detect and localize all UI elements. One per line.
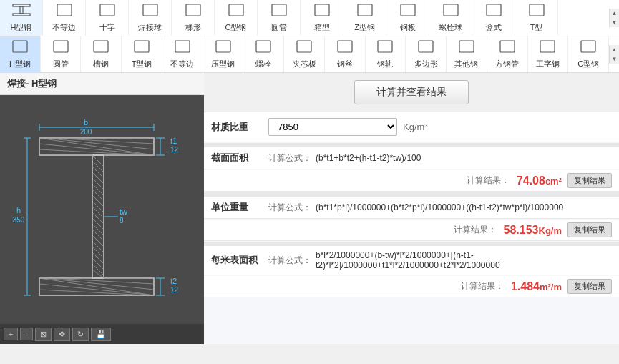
material-label: 材质比重 <box>211 121 268 134</box>
toolbar-item-bolt[interactable]: 螺栓 <box>243 36 284 72</box>
toolbar-item-weld-ball[interactable]: 焊接球 <box>129 0 172 36</box>
wire-icon <box>335 39 355 57</box>
svg-rect-9 <box>315 4 329 16</box>
square-pipe-icon <box>497 39 517 57</box>
i-beam-icon <box>537 39 557 57</box>
app-container: H型钢不等边十字焊接球梯形C型钢圆管箱型Z型钢钢板螺栓球盒式T型 ▲ ▼ H型钢… <box>0 0 619 344</box>
toolbar-label: 多边形 <box>414 59 438 69</box>
toolbar-item-wire[interactable]: 钢丝 <box>325 36 366 72</box>
rail-icon <box>375 39 395 57</box>
toolbar-label: 不等边 <box>52 22 76 33</box>
nav-arrows-row2: ▲ ▼ <box>609 45 619 64</box>
svg-rect-16 <box>54 41 68 52</box>
round-pipe2-icon <box>51 39 71 57</box>
toolbar-label: H型钢 <box>9 59 31 69</box>
unit-weight-result-label: 计算结果： <box>454 224 497 236</box>
toolbar-item-bolt-ball[interactable]: 螺栓球 <box>429 0 472 36</box>
unequal-angle-icon <box>54 3 74 21</box>
cross-section-copy-btn[interactable]: 复制结果 <box>567 173 612 188</box>
toolbar-label: 箱型 <box>314 22 330 33</box>
toolbar-label: 梯形 <box>185 22 201 33</box>
c-steel-icon <box>226 3 246 21</box>
toolbar-item-press-steel[interactable]: 压型钢 <box>203 36 244 72</box>
nav-up-row1[interactable]: ▲ <box>610 9 619 18</box>
nav-up-row2[interactable]: ▲ <box>610 45 619 54</box>
toolbar-item-box2[interactable]: 盒式 <box>472 0 515 36</box>
cross-section-result-row: 计算结果： 74.08cm² 复制结果 <box>204 170 619 192</box>
box-icon <box>312 3 332 21</box>
nav-down-row1[interactable]: ▼ <box>610 18 619 27</box>
zoom-out-btn[interactable]: - <box>20 328 33 340</box>
material-select[interactable]: 7850 7800 <box>268 118 397 136</box>
pan-btn[interactable]: ✥ <box>54 328 70 341</box>
toolbar-item-h-beam2[interactable]: H型钢 <box>0 36 41 72</box>
svg-rect-20 <box>216 41 230 52</box>
cross-section-row: 截面面积 计算公式： (b*t1+b*t2+(h-t1-t2)*tw)/100 <box>204 147 619 169</box>
svg-rect-27 <box>500 41 515 52</box>
save-img-btn[interactable]: 💾 <box>91 328 111 341</box>
svg-rect-4 <box>100 4 114 16</box>
toolbar-item-other-steel[interactable]: 其他钢 <box>447 36 487 72</box>
toolbar-item-square-pipe[interactable]: 方钢管 <box>487 36 528 72</box>
groove-icon <box>91 39 111 57</box>
toolbar-item-round-pipe[interactable]: 圆管 <box>258 0 301 36</box>
svg-text:tw: tw <box>120 207 127 216</box>
toolbar-item-trapezoid[interactable]: 梯形 <box>172 0 215 36</box>
surface-area-copy-btn[interactable]: 复制结果 <box>567 279 612 294</box>
rotate-btn[interactable]: ↻ <box>72 328 89 341</box>
trapezoid-icon <box>183 3 203 21</box>
reset-view-btn[interactable]: ⊠ <box>35 328 52 341</box>
svg-rect-19 <box>175 41 190 52</box>
toolbar-item-t-steel[interactable]: T型 <box>515 0 558 36</box>
bolt-icon <box>253 39 273 57</box>
svg-rect-29 <box>581 41 595 52</box>
toolbar-item-unequal-angle[interactable]: 不等边 <box>43 0 86 36</box>
unit-weight-row: 单位重量 计算公式： (b*t1*p*l)/1000000+(b*t2*p*l)… <box>204 197 619 219</box>
toolbar-item-clip-plate[interactable]: 夹芯板 <box>284 36 325 72</box>
toolbar-label: 其他钢 <box>454 59 478 69</box>
svg-rect-10 <box>358 4 372 16</box>
svg-rect-3 <box>57 4 72 16</box>
toolbar-label: 钢轨 <box>377 59 393 69</box>
toolbar-item-cross[interactable]: 十字 <box>86 0 129 36</box>
svg-rect-25 <box>419 41 433 52</box>
toolbar-item-round-pipe2[interactable]: 圆管 <box>41 36 82 72</box>
t-steel-icon <box>527 3 547 21</box>
bolt-ball-icon <box>441 3 461 21</box>
svg-rect-28 <box>540 41 555 52</box>
toolbar-item-rail[interactable]: 钢轨 <box>366 36 406 72</box>
cross-section-result-value: 74.08cm² <box>517 174 562 187</box>
toolbar-label: 钢板 <box>400 22 416 33</box>
steel-plate-icon <box>398 3 418 21</box>
cross-section-formula-label: 计算公式： <box>268 152 311 164</box>
toolbar-label: C型钢 <box>225 22 247 33</box>
toolbar-item-polygon[interactable]: 多边形 <box>406 36 447 72</box>
toolbar-item-t-steel2[interactable]: T型钢 <box>122 36 162 72</box>
zoom-in-btn[interactable]: + <box>4 328 18 340</box>
svg-rect-14 <box>530 4 544 16</box>
toolbar-row2: H型钢圆管槽钢T型钢不等边压型钢螺栓夹芯板钢丝钢轨多边形其他钢方钢管工字钢C型钢… <box>0 36 619 73</box>
unit-weight-copy-btn[interactable]: 复制结果 <box>567 222 612 237</box>
toolbar-item-unequal2[interactable]: 不等边 <box>162 36 203 72</box>
z-steel-icon <box>355 3 375 21</box>
toolbar-item-box[interactable]: 箱型 <box>301 0 343 36</box>
toolbar-item-z-steel[interactable]: Z型钢 <box>343 0 386 36</box>
svg-rect-7 <box>229 4 243 16</box>
svg-rect-24 <box>378 41 392 52</box>
toolbar-item-groove[interactable]: 槽钢 <box>81 36 122 72</box>
toolbar-label: T型钢 <box>132 59 152 69</box>
nav-down-row2[interactable]: ▼ <box>610 54 619 64</box>
toolbar-item-c-steel2[interactable]: C型钢 <box>568 36 609 72</box>
toolbar-item-steel-plate[interactable]: 钢板 <box>386 0 429 36</box>
toolbar-item-c-steel[interactable]: C型钢 <box>215 0 258 36</box>
svg-rect-13 <box>487 4 501 16</box>
calc-button[interactable]: 计算并查看结果 <box>354 80 469 104</box>
svg-text:t2: t2 <box>170 277 177 285</box>
diagram-panel: 焊接- H型钢 <box>0 73 204 344</box>
toolbar-item-i-beam[interactable]: 工字钢 <box>528 36 569 72</box>
toolbar-label: 螺栓 <box>255 59 271 69</box>
cross-section-label: 截面面积 <box>211 152 268 164</box>
toolbar-row1: H型钢不等边十字焊接球梯形C型钢圆管箱型Z型钢钢板螺栓球盒式T型 ▲ ▼ <box>0 0 619 36</box>
diagram-area: b 200 h 350 t1 12 <box>0 95 204 344</box>
toolbar-item-h-beam[interactable]: H型钢 <box>0 0 43 36</box>
